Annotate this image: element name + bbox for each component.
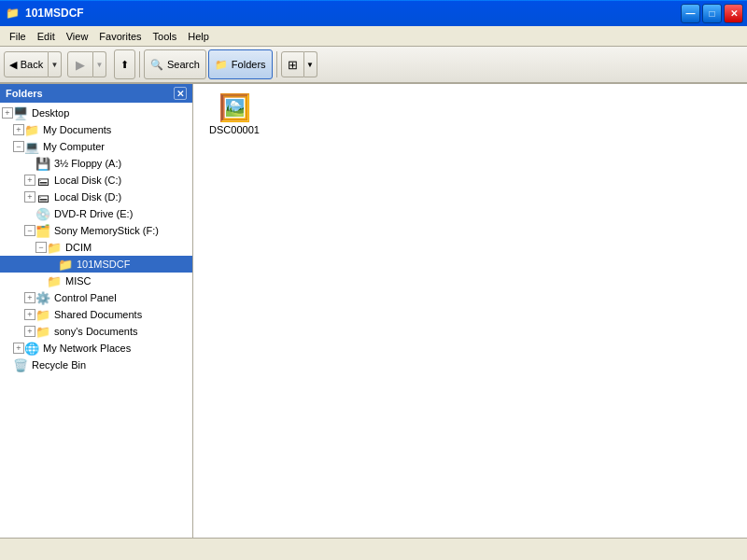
back-arrow-icon: ◀ [9, 59, 17, 71]
folders-label: Folders [232, 59, 266, 70]
tree-icon-recycle: 🗑️ [13, 357, 28, 372]
tree-icon-dcim: 📁 [47, 240, 62, 255]
forward-arrow-icon: ▶ [76, 58, 85, 72]
forward-nav-group: ▶ ▼ [67, 49, 106, 79]
search-icon: 🔍 [150, 59, 163, 71]
tree-label-mycomputer: My Computer [43, 141, 105, 152]
tree-item-floppy[interactable]: 💾3½ Floppy (A:) [0, 155, 192, 172]
tree-item-dvd[interactable]: 💿DVD-R Drive (E:) [0, 205, 192, 222]
tree-item-recycle[interactable]: 🗑️Recycle Bin [0, 357, 192, 373]
tree-expander-controlpanel[interactable] [24, 292, 35, 303]
folders-button[interactable]: 📁 Folders [208, 49, 273, 79]
tree-item-mydocs[interactable]: 📁My Documents [0, 121, 192, 138]
sidebar-header-label: Folders [6, 88, 43, 99]
file-label-DSC00001: DSC00001 [209, 124, 260, 135]
tree-label-localc: Local Disk (C:) [54, 175, 121, 186]
tree-icon-mydocs: 📁 [24, 122, 39, 137]
tree-icon-sonydocs: 📁 [35, 324, 50, 339]
tree-expander-mycomputer[interactable] [13, 141, 24, 152]
tree-item-sonydocs[interactable]: 📁sony's Documents [0, 323, 192, 340]
tree-label-floppy: 3½ Floppy (A:) [54, 158, 121, 169]
separator-2 [276, 51, 277, 77]
tree-item-dcim[interactable]: 📁DCIM [0, 239, 192, 256]
tree-item-sony[interactable]: 🗂️Sony MemoryStick (F:) [0, 222, 192, 239]
menu-edit[interactable]: Edit [32, 29, 61, 44]
menu-favorites[interactable]: Favorites [93, 29, 147, 44]
tree-label-sony: Sony MemoryStick (F:) [54, 225, 159, 236]
tree-label-network: My Network Places [43, 343, 131, 354]
back-dropdown[interactable]: ▼ [49, 51, 62, 77]
forward-button[interactable]: ▶ [67, 51, 93, 77]
menu-view[interactable]: View [61, 29, 94, 44]
maximize-button[interactable]: □ [702, 4, 722, 23]
forward-dropdown[interactable]: ▼ [93, 51, 106, 77]
tree-item-localc[interactable]: 🖴Local Disk (C:) [0, 172, 192, 189]
tree-label-dvd: DVD-R Drive (E:) [54, 208, 133, 219]
titlebar-title: 101MSDCF [25, 7, 84, 20]
menubar: File Edit View Favorites Tools Help [0, 26, 747, 47]
separator-1 [139, 51, 140, 77]
file-icon-DSC00001: 🖼️ [219, 92, 249, 122]
tree-item-mycomputer[interactable]: 💻My Computer [0, 138, 192, 155]
tree-icon-dvd: 💿 [35, 206, 50, 221]
up-icon: ⬆ [120, 59, 129, 71]
tree-expander-network[interactable] [13, 343, 24, 354]
tree-item-101msdcf[interactable]: 📁101MSDCF [0, 256, 192, 273]
tree-label-locald: Local Disk (D:) [54, 191, 121, 203]
tree-expander-desktop[interactable] [2, 107, 13, 119]
tree-label-desktop: Desktop [32, 107, 69, 119]
statusbar [0, 538, 747, 560]
tree-icon-shareddocs: 📁 [35, 307, 50, 322]
tree-icon-desktop: 🖥️ [13, 105, 28, 120]
tree-label-recycle: Recycle Bin [32, 359, 86, 371]
back-label: Back [21, 59, 43, 70]
tree-expander-locald[interactable] [24, 191, 35, 203]
back-nav-group: ◀ Back ▼ [4, 49, 62, 79]
minimize-button[interactable]: — [681, 4, 700, 23]
tree-item-network[interactable]: 🌐My Network Places [0, 340, 192, 357]
search-label: Search [167, 59, 200, 70]
tree-icon-misc: 📁 [47, 273, 62, 288]
tree-icon-mycomputer: 💻 [24, 139, 39, 154]
search-button[interactable]: 🔍 Search [144, 49, 206, 79]
tree-expander-sony[interactable] [24, 225, 35, 236]
menu-help[interactable]: Help [182, 29, 215, 44]
menu-file[interactable]: File [4, 29, 32, 44]
tree-icon-sony: 🗂️ [35, 223, 50, 238]
tree-label-sonydocs: sony's Documents [54, 326, 138, 337]
close-button[interactable]: ✕ [724, 4, 743, 23]
tree-label-dcim: DCIM [65, 242, 92, 253]
tree-label-101msdcf: 101MSDCF [77, 259, 130, 270]
tree-item-desktop[interactable]: 🖥️Desktop [0, 105, 192, 121]
tree-label-misc: MISC [65, 275, 92, 287]
tree-item-locald[interactable]: 🖴Local Disk (D:) [0, 189, 192, 205]
tree-item-shareddocs[interactable]: 📁Shared Documents [0, 306, 192, 323]
titlebar-icon: 📁 [6, 7, 20, 20]
folder-tree: 🖥️Desktop📁My Documents💻My Computer💾3½ Fl… [0, 103, 192, 375]
tree-expander-localc[interactable] [24, 175, 35, 186]
tree-item-controlpanel[interactable]: ⚙️Control Panel [0, 289, 192, 306]
sidebar-header: Folders ✕ [0, 84, 192, 103]
tree-label-shareddocs: Shared Documents [54, 309, 142, 320]
views-button[interactable]: ⊞ [281, 51, 304, 77]
up-button[interactable]: ⬆ [114, 49, 135, 79]
sidebar: Folders ✕ 🖥️Desktop📁My Documents💻My Comp… [0, 84, 193, 538]
tree-icon-101msdcf: 📁 [58, 257, 73, 272]
back-button[interactable]: ◀ Back [4, 51, 49, 77]
folders-icon: 📁 [215, 59, 228, 71]
tree-icon-network: 🌐 [24, 341, 39, 356]
views-group: ⊞ ▼ [281, 51, 317, 77]
file-list[interactable]: 🖼️ DSC00001 [193, 84, 747, 538]
tree-expander-sonydocs[interactable] [24, 326, 35, 337]
tree-item-misc[interactable]: 📁MISC [0, 273, 192, 289]
toolbar: ◀ Back ▼ ▶ ▼ ⬆ 🔍 Search 📁 Folders ⊞ ▼ [0, 47, 747, 84]
tree-icon-controlpanel: ⚙️ [35, 290, 50, 305]
tree-expander-shareddocs[interactable] [24, 309, 35, 320]
sidebar-close-button[interactable]: ✕ [174, 87, 187, 100]
views-dropdown[interactable]: ▼ [304, 51, 317, 77]
file-item-DSC00001[interactable]: 🖼️ DSC00001 [197, 88, 272, 140]
main-content: Folders ✕ 🖥️Desktop📁My Documents💻My Comp… [0, 84, 747, 538]
tree-expander-dcim[interactable] [35, 242, 47, 253]
tree-expander-mydocs[interactable] [13, 124, 24, 135]
menu-tools[interactable]: Tools [148, 29, 183, 44]
